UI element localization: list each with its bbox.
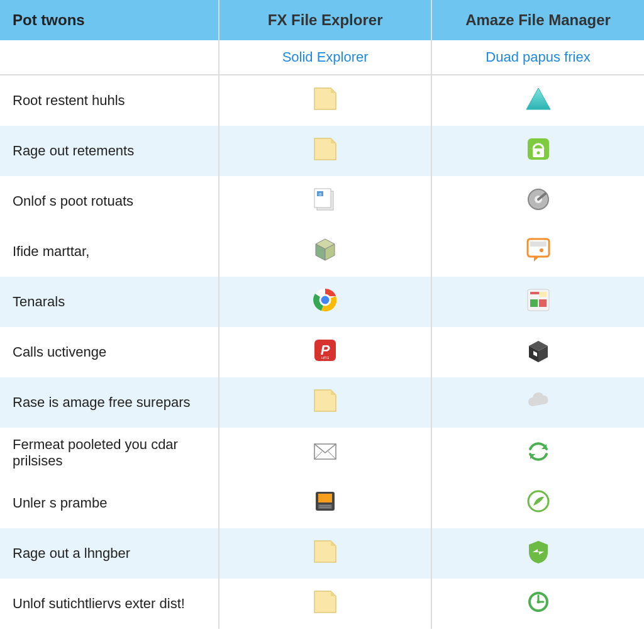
clock-icon [524, 587, 553, 616]
device-icon [311, 487, 340, 516]
row-cell-a [219, 579, 431, 629]
table-row: Unler s prambe [0, 478, 644, 528]
folder-icon [311, 84, 340, 113]
row-cell-b [431, 277, 644, 327]
row-cell-b [431, 528, 644, 579]
row-cell-a [219, 277, 431, 327]
row-label: Rage out a lhngber [0, 528, 219, 579]
sub-col-1[interactable]: Solid Explorer [219, 40, 431, 75]
row-cell-a [219, 126, 431, 176]
row-label: Unlof sutichtliervs exter dist! [0, 579, 219, 629]
folder-icon [311, 386, 340, 415]
box-icon [524, 336, 553, 365]
chrome-icon [311, 286, 340, 314]
row-cell-a [219, 226, 431, 277]
row-cell-a [219, 428, 431, 478]
row-cell-a [219, 478, 431, 528]
row-cell-b [431, 176, 644, 226]
row-cell-b [431, 126, 644, 176]
folder-icon [311, 587, 340, 616]
sync-icon [524, 436, 553, 465]
envelope-icon [311, 436, 340, 465]
row-label: Unler s prambe [0, 478, 219, 528]
row-cell-a [219, 327, 431, 377]
header-col-1: FX File Explorer [219, 0, 431, 40]
row-label: Rase is amage free surepars [0, 377, 219, 428]
table-row: Fermeat pooleted you cdar prilsises [0, 428, 644, 478]
row-label: Calls uctivenge [0, 327, 219, 377]
row-label: Onlof s poot rotuats [0, 176, 219, 226]
table-row: Rase is amage free surepars [0, 377, 644, 428]
docs-icon [311, 185, 340, 214]
sub-col-0 [0, 40, 219, 75]
header-col-0: Pot twons [0, 0, 219, 40]
row-cell-b [431, 377, 644, 428]
table-header-row: Pot twons FX File Explorer Amaze File Ma… [0, 0, 644, 40]
folder-icon [311, 537, 340, 566]
dial-icon [524, 185, 553, 214]
sub-col-2[interactable]: Duad papus friex [431, 40, 644, 75]
cube-icon [311, 235, 340, 264]
row-label: Rage out retements [0, 126, 219, 176]
table-row: Calls uctivenge [0, 327, 644, 377]
row-label: Fermeat pooleted you cdar prilsises [0, 428, 219, 478]
table-row: Root restent huhls [0, 75, 644, 126]
row-cell-b [431, 478, 644, 528]
table-row: Rage out retements [0, 126, 644, 176]
row-label: Tenarals [0, 277, 219, 327]
lock-icon [524, 135, 553, 164]
row-cell-a [219, 75, 431, 126]
row-cell-b [431, 428, 644, 478]
row-cell-b [431, 327, 644, 377]
row-cell-a [219, 377, 431, 428]
folder-icon [311, 135, 340, 164]
triangle-icon [524, 84, 553, 113]
table-row: Tenarals [0, 277, 644, 327]
media-icon [524, 286, 553, 314]
shield-icon [524, 537, 553, 566]
table-row: Rage out a lhngber [0, 528, 644, 579]
table-row: Onlof s poot rotuats [0, 176, 644, 226]
sub-header-row: Solid Explorer Duad papus friex [0, 40, 644, 75]
row-cell-b [431, 75, 644, 126]
speech-icon [524, 235, 553, 264]
table-row: Ifide marttar, [0, 226, 644, 277]
leaf-icon [524, 487, 553, 516]
row-cell-a [219, 528, 431, 579]
cloud-icon [524, 386, 553, 415]
table-row: Unlof sutichtliervs exter dist! [0, 579, 644, 629]
comparison-table: Pot twons FX File Explorer Amaze File Ma… [0, 0, 644, 629]
row-label: Ifide marttar, [0, 226, 219, 277]
row-cell-b [431, 579, 644, 629]
row-label: Root restent huhls [0, 75, 219, 126]
row-cell-b [431, 226, 644, 277]
row-cell-a [219, 176, 431, 226]
header-col-2: Amaze File Manager [431, 0, 644, 40]
p-icon [311, 336, 340, 365]
